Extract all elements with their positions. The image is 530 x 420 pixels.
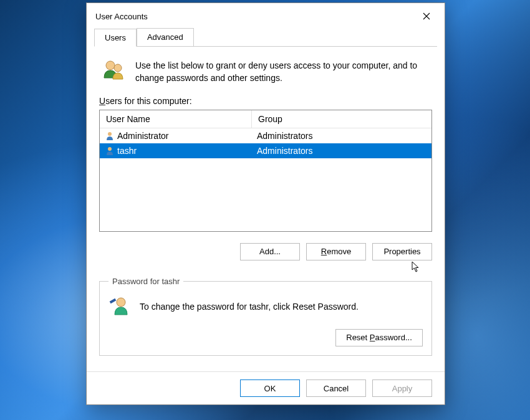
username-text: Administrator xyxy=(117,131,168,141)
properties-button[interactable]: Properties xyxy=(372,243,432,260)
password-legend: Password for tashr xyxy=(108,277,183,286)
add-button[interactable]: Add... xyxy=(240,243,300,260)
cell-username: Administrator xyxy=(100,130,252,142)
password-instruction: To change the password for tashr, click … xyxy=(140,302,359,312)
column-username[interactable]: User Name xyxy=(100,110,252,128)
username-text: tashr xyxy=(117,146,137,156)
dialog-title: User Accounts xyxy=(95,12,148,21)
tab-users[interactable]: Users xyxy=(94,29,137,47)
remove-button[interactable]: Remove xyxy=(306,243,366,260)
users-icon xyxy=(102,58,125,85)
key-user-icon xyxy=(108,295,131,319)
table-row[interactable]: Administrator Administrators xyxy=(100,128,431,143)
dialog-bottom-buttons: OK Cancel Apply xyxy=(87,371,445,404)
user-icon xyxy=(105,131,115,141)
users-listview[interactable]: User Name Group Administrator Administra… xyxy=(99,110,432,232)
users-list-label: Users for this computer: xyxy=(99,96,432,106)
user-icon xyxy=(105,146,115,156)
svg-point-2 xyxy=(108,132,112,136)
user-accounts-dialog: User Accounts Users Advanced Use the lis… xyxy=(86,2,445,405)
intro-text: Use the list below to grant or deny user… xyxy=(135,58,430,85)
table-row[interactable]: tashr Administrators xyxy=(100,143,431,158)
titlebar: User Accounts xyxy=(87,3,445,28)
svg-point-4 xyxy=(117,298,125,307)
tab-content-users: Use the list below to grant or deny user… xyxy=(87,47,445,362)
intro-section: Use the list below to grant or deny user… xyxy=(99,55,432,96)
user-action-buttons: Add... Remove Properties xyxy=(99,243,432,260)
svg-rect-5 xyxy=(110,298,117,303)
svg-point-3 xyxy=(108,147,112,151)
svg-point-1 xyxy=(114,64,122,72)
cell-username: tashr xyxy=(100,145,252,157)
ok-button[interactable]: OK xyxy=(240,379,300,397)
cell-group: Administrators xyxy=(252,130,431,142)
column-group[interactable]: Group xyxy=(252,110,431,128)
cell-group: Administrators xyxy=(252,145,431,157)
close-button[interactable] xyxy=(416,7,437,25)
tab-strip: Users Advanced xyxy=(94,28,437,47)
tab-advanced[interactable]: Advanced xyxy=(137,28,194,46)
cancel-button[interactable]: Cancel xyxy=(306,379,366,397)
svg-point-0 xyxy=(106,61,115,70)
close-icon xyxy=(423,12,430,20)
apply-button[interactable]: Apply xyxy=(372,379,432,397)
password-groupbox: Password for tashr To change the passwor… xyxy=(99,277,432,356)
reset-password-button[interactable]: Reset Password... xyxy=(335,329,423,346)
listview-header: User Name Group xyxy=(100,110,431,128)
